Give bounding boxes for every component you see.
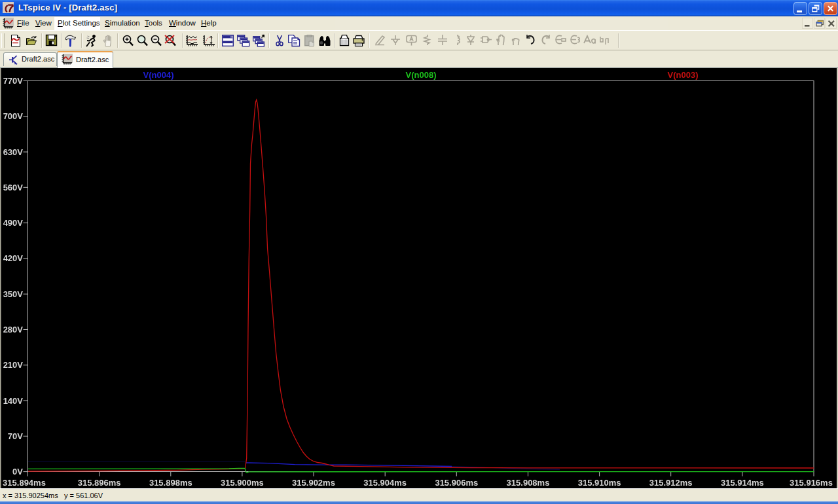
svg-text:315.906ms: 315.906ms xyxy=(435,478,478,488)
svg-text:0V: 0V xyxy=(12,467,23,477)
svg-text:315.898ms: 315.898ms xyxy=(149,478,192,488)
svg-text:420V: 420V xyxy=(3,253,24,263)
svg-text:350V: 350V xyxy=(3,289,24,299)
svg-text:315.894ms: 315.894ms xyxy=(3,478,46,488)
svg-text:315.902ms: 315.902ms xyxy=(292,478,335,488)
svg-text:315.910ms: 315.910ms xyxy=(578,478,621,488)
svg-text:140V: 140V xyxy=(3,396,24,406)
svg-text:770V: 770V xyxy=(3,76,24,86)
svg-text:315.912ms: 315.912ms xyxy=(649,478,693,488)
svg-text:210V: 210V xyxy=(3,360,24,370)
svg-text:700V: 700V xyxy=(3,111,24,121)
svg-text:315.904ms: 315.904ms xyxy=(363,478,407,488)
svg-text:315.916ms: 315.916ms xyxy=(790,478,833,488)
svg-text:V(n008): V(n008) xyxy=(406,70,437,80)
svg-text:280V: 280V xyxy=(3,325,24,334)
svg-text:560V: 560V xyxy=(3,183,24,192)
svg-text:315.914ms: 315.914ms xyxy=(721,478,764,488)
svg-text:V(n003): V(n003) xyxy=(668,70,699,80)
svg-text:315.896ms: 315.896ms xyxy=(78,478,121,488)
svg-text:490V: 490V xyxy=(3,218,24,228)
svg-text:70V: 70V xyxy=(8,431,23,441)
svg-text:630V: 630V xyxy=(3,147,24,157)
svg-text:V(n004): V(n004) xyxy=(143,70,174,80)
svg-text:315.900ms: 315.900ms xyxy=(221,478,264,488)
svg-text:315.908ms: 315.908ms xyxy=(507,478,550,488)
